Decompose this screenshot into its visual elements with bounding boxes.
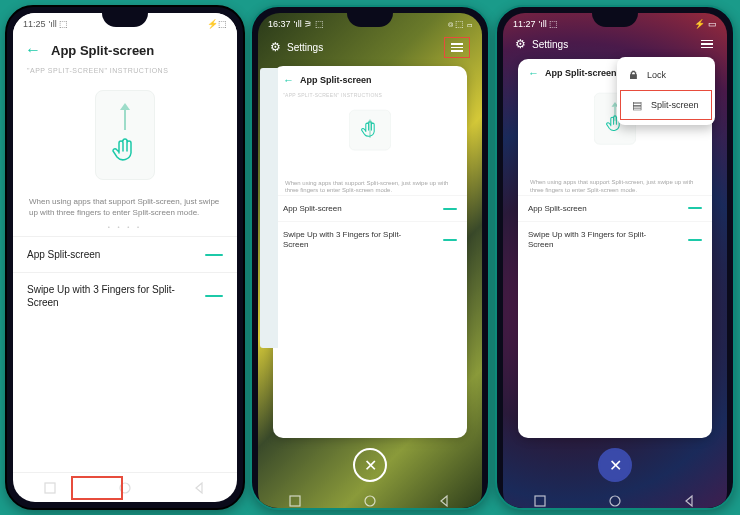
notch [102, 13, 148, 27]
screen-1: 11:25 'ıll ⬚ ⚡⬚ ← App Split-screen "APP … [13, 13, 237, 502]
status-left-icons: 'ıll ⬚ [539, 19, 559, 29]
recents-title: Settings [532, 39, 568, 50]
toggle-on-icon[interactable] [205, 254, 223, 256]
split-screen-icon: ▤ [631, 99, 643, 111]
status-left-icons: 'ıll ⚞ ⬚ [294, 19, 324, 29]
instructions-label: "APP SPLIT-SCREEN" INSTRUCTIONS [13, 61, 237, 76]
setting-label: App Split-screen [528, 204, 587, 213]
page-dots: • • • • [13, 222, 237, 236]
nav-recents-icon[interactable] [288, 494, 302, 508]
back-arrow-icon: ← [528, 67, 539, 79]
menu-label: Split-screen [651, 100, 699, 110]
card-title: App Split-screen [545, 68, 617, 78]
setting-label: Swipe Up with 3 Fingers for Split-Screen [27, 283, 205, 309]
nav-home-icon[interactable] [608, 494, 622, 508]
screen-2: 16:37 'ıll ⚞ ⬚ ⌾ ⬚ ▭ ⚙ Settings ← App Sp… [258, 13, 482, 510]
nav-home-icon[interactable] [363, 494, 377, 508]
setting-app-split: App Split-screen [273, 195, 467, 221]
status-time: 11:25 [23, 19, 46, 29]
status-time: 11:27 [513, 19, 536, 29]
status-time: 16:37 [268, 19, 291, 29]
highlight-box-menu [444, 37, 470, 58]
toggle-on-icon [688, 207, 702, 209]
nav-back-icon[interactable] [683, 494, 697, 508]
system-navbar [503, 488, 727, 510]
screen-3: 11:27 'ıll ⬚ ⚡ ▭ ⚙ Settings 🔒︎ Lock ▤ Sp… [503, 13, 727, 510]
card-title: App Split-screen [300, 75, 372, 85]
setting-label: Swipe Up with 3 Fingers for Split-Screen [528, 230, 648, 251]
notch [347, 13, 393, 27]
highlight-box-recents [71, 476, 123, 500]
status-right-icons: ⚡⬚ [207, 19, 227, 29]
status-left-icons: 'ıll ⬚ [49, 19, 69, 29]
phone-frame-1: 11:25 'ıll ⬚ ⚡⬚ ← App Split-screen "APP … [5, 5, 245, 510]
setting-label: Swipe Up with 3 Fingers for Split-Screen [283, 230, 403, 251]
recents-card-settings[interactable]: ← App Split-screen "APP SPLIT-SCREEN" IN… [273, 66, 467, 439]
card-menu-dropdown: 🔒︎ Lock ▤ Split-screen [617, 57, 715, 125]
instruction-text: When using apps that support Split-scree… [13, 188, 237, 222]
setting-swipe-3fingers: Swipe Up with 3 Fingers for Split-Screen [518, 221, 712, 259]
recents-titlebar: ⚙ Settings [503, 35, 727, 55]
svg-point-3 [365, 496, 375, 506]
phone-frame-2: 16:37 'ıll ⚞ ⬚ ⌾ ⬚ ▭ ⚙ Settings ← App Sp… [250, 5, 490, 510]
nav-recents-icon[interactable] [43, 481, 57, 495]
svg-rect-2 [290, 496, 300, 506]
toggle-on-icon[interactable] [205, 295, 223, 297]
menu-item-split-screen[interactable]: ▤ Split-screen [620, 90, 712, 120]
hamburger-icon[interactable] [449, 41, 465, 54]
setting-label: App Split-screen [283, 204, 342, 213]
lock-icon: 🔒︎ [627, 69, 639, 81]
nav-recents-icon[interactable] [533, 494, 547, 508]
background-card [260, 68, 278, 348]
toggle-on-icon [443, 208, 457, 210]
gesture-illustration [302, 100, 438, 156]
setting-app-split[interactable]: App Split-screen [13, 236, 237, 272]
close-all-button[interactable]: ✕ [353, 448, 387, 482]
system-navbar [13, 472, 237, 502]
phone-frame-3: 11:27 'ıll ⬚ ⚡ ▭ ⚙ Settings 🔒︎ Lock ▤ Sp… [495, 5, 735, 510]
toggle-on-icon [443, 239, 457, 241]
hamburger-icon[interactable] [699, 38, 715, 51]
gesture-illustration [13, 76, 237, 188]
status-right-icons: ⌾ ⬚ ▭ [448, 19, 472, 29]
setting-swipe-3fingers[interactable]: Swipe Up with 3 Fingers for Split-Screen [13, 272, 237, 319]
svg-point-5 [610, 496, 620, 506]
notch [592, 13, 638, 27]
instruction-text: When using apps that support Split-scree… [273, 180, 467, 196]
toggle-on-icon [688, 239, 702, 241]
nav-back-icon[interactable] [193, 481, 207, 495]
system-navbar [258, 488, 482, 510]
close-all-button[interactable]: ✕ [598, 448, 632, 482]
menu-label: Lock [647, 70, 666, 80]
recents-title: Settings [287, 42, 323, 53]
recents-titlebar: ⚙ Settings [258, 35, 482, 62]
setting-app-split: App Split-screen [518, 195, 712, 221]
hand-icon [110, 133, 140, 169]
instructions-label: "APP SPLIT-SCREEN" INSTRUCTIONS [273, 90, 467, 100]
gear-icon: ⚙ [515, 37, 526, 51]
nav-back-icon[interactable] [438, 494, 452, 508]
menu-item-lock[interactable]: 🔒︎ Lock [617, 61, 715, 89]
instruction-text: When using apps that support Split-scree… [518, 179, 712, 195]
back-arrow-icon[interactable]: ← [25, 41, 41, 59]
gear-icon: ⚙ [270, 40, 281, 54]
svg-rect-4 [535, 496, 545, 506]
setting-label: App Split-screen [27, 249, 100, 260]
status-right-icons: ⚡ ▭ [694, 19, 717, 29]
setting-swipe-3fingers: Swipe Up with 3 Fingers for Split-Screen [273, 221, 467, 259]
back-arrow-icon: ← [283, 74, 294, 86]
page-title: App Split-screen [51, 43, 154, 58]
svg-rect-0 [45, 483, 55, 493]
